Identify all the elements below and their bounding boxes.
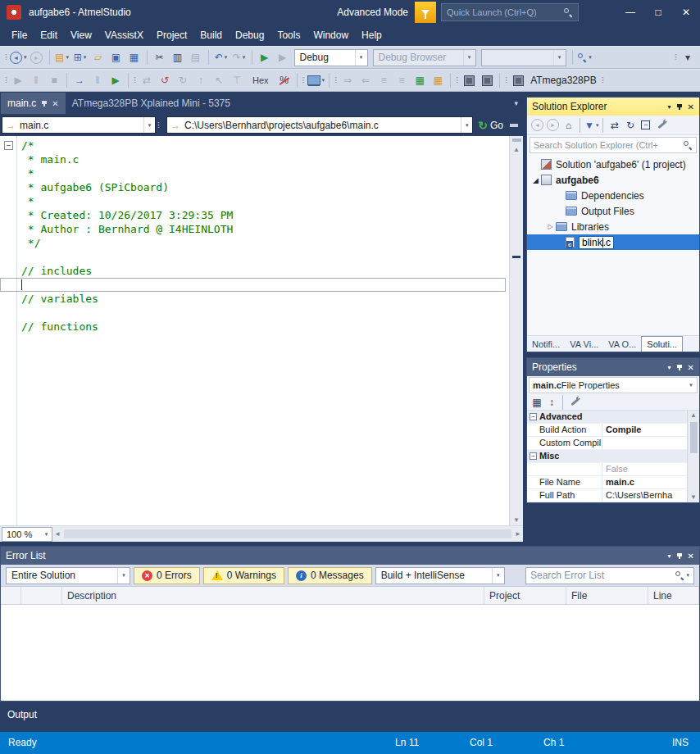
chevron-down-icon[interactable]: ▾: [143, 117, 155, 133]
save-icon[interactable]: ▣: [108, 48, 125, 66]
menu-help[interactable]: Help: [355, 26, 389, 44]
se-forward-icon[interactable]: ►: [546, 118, 560, 133]
menu-view[interactable]: View: [64, 26, 98, 44]
toolbar-grip[interactable]: ⁞⁞: [334, 76, 335, 84]
source-filter-combo[interactable]: Build + IntelliSense ▾: [375, 567, 505, 584]
toolbar-grip[interactable]: ⁞⁞: [505, 76, 506, 84]
device-monitor-icon[interactable]: ▾: [307, 71, 325, 89]
chevron-down-icon[interactable]: ▾: [355, 50, 367, 66]
collapse-icon[interactable]: −: [530, 413, 537, 420]
indent-icon[interactable]: ⇒: [339, 71, 356, 89]
code-line[interactable]: *: [0, 166, 508, 180]
tab-overflow-icon[interactable]: ▾: [514, 99, 518, 107]
percentage-display-icon[interactable]: %: [276, 71, 293, 89]
code-line[interactable]: * Created: 10/26/2017 3:29:35 PM: [0, 208, 508, 222]
maximize-button[interactable]: □: [644, 0, 672, 25]
break-all-icon[interactable]: ‖: [28, 71, 44, 89]
chevron-down-icon[interactable]: ▾: [41, 531, 52, 538]
close-button[interactable]: ✕: [672, 0, 700, 25]
editor-splitter-handle[interactable]: [512, 139, 521, 142]
show-next-statement-icon[interactable]: →: [71, 71, 88, 89]
error-list-body[interactable]: [1, 605, 699, 701]
menu-debug[interactable]: Debug: [229, 26, 270, 44]
go-button[interactable]: ↻ Go: [473, 119, 508, 132]
status-character-indicator[interactable]: Ch 1: [543, 737, 564, 748]
start-icon[interactable]: ▶: [107, 71, 124, 89]
property-row-custom-compil[interactable]: Custom Compil: [527, 437, 687, 450]
menu-window[interactable]: Window: [307, 26, 355, 44]
toolbar-grip[interactable]: ⁞⁞: [134, 76, 134, 84]
tool-window-tab-va-o[interactable]: VA O...: [603, 336, 641, 352]
tool-window-tab-notifi[interactable]: Notifi...: [527, 336, 565, 352]
tool-window-tab-soluti[interactable]: Soluti...: [641, 336, 683, 352]
toolbar-overflow-icon[interactable]: ▾: [680, 48, 696, 66]
column-header-blank-0[interactable]: [1, 587, 21, 604]
column-header-line[interactable]: Line: [648, 587, 699, 604]
tree-item-dependencies[interactable]: Dependencies: [527, 188, 699, 203]
se-refresh-icon[interactable]: ↻: [623, 118, 637, 133]
chevron-down-icon[interactable]: ▾: [117, 568, 130, 584]
uncomment-icon[interactable]: ≡: [393, 71, 410, 89]
alphabetical-sort-icon[interactable]: ↕: [545, 396, 558, 409]
toggle-breakpoint-icon[interactable]: ⊤: [229, 71, 245, 89]
se-sync-icon[interactable]: ⇄: [607, 118, 621, 133]
column-header-description[interactable]: Description: [62, 587, 484, 604]
tree-item-aufgabe6[interactable]: ◢aufgabe6: [527, 172, 699, 188]
properties-object-combo[interactable]: main.c File Properties ▾: [529, 377, 698, 393]
chevron-down-icon[interactable]: ▾: [463, 50, 475, 66]
status-insert-mode-indicator[interactable]: INS: [672, 737, 689, 748]
property-row-false[interactable]: False: [527, 463, 687, 476]
redo-icon[interactable]: ↷▾: [231, 48, 248, 66]
scope-combo[interactable]: → main.c ▾: [2, 116, 156, 134]
property-pages-icon[interactable]: [567, 396, 583, 409]
editor-vertical-scrollbar[interactable]: ▲ ▼: [509, 136, 523, 525]
pause-icon[interactable]: ‖: [89, 71, 106, 89]
property-row-file-name[interactable]: File Namemain.c: [527, 476, 687, 489]
split-handle[interactable]: [510, 124, 518, 127]
window-position-icon[interactable]: ▾: [668, 103, 671, 111]
nav-splitter[interactable]: ⁞⁞: [157, 121, 158, 129]
code-line[interactable]: */: [0, 236, 508, 250]
toolbar-grip[interactable]: ⁞⁞: [302, 76, 303, 84]
code-line[interactable]: // functions: [0, 320, 508, 334]
zoom-combo[interactable]: 100 % ▾: [2, 527, 52, 542]
device-chip-icon[interactable]: [510, 71, 526, 89]
chevron-down-icon[interactable]: ▾: [685, 382, 697, 388]
start-debugging-icon[interactable]: ▶: [257, 48, 273, 66]
menu-project[interactable]: Project: [150, 26, 193, 44]
scroll-up-icon[interactable]: ▲: [690, 411, 697, 420]
menu-tools[interactable]: Tools: [270, 26, 307, 44]
step-out-icon[interactable]: ↑: [193, 71, 209, 89]
property-row-build-action[interactable]: Build ActionCompile: [527, 424, 687, 437]
column-header-file[interactable]: File: [566, 587, 648, 604]
status-line-indicator[interactable]: Ln 11: [395, 737, 419, 748]
chevron-down-icon[interactable]: ▾: [553, 50, 566, 66]
collapse-icon[interactable]: −: [530, 452, 537, 460]
code-line[interactable]: −/*: [0, 139, 508, 152]
scope-filter-combo[interactable]: Entire Solution ▾: [6, 567, 130, 584]
error-list-title-bar[interactable]: Error List ▾ ✕: [1, 547, 699, 565]
properties-scrollbar[interactable]: ▲ ▼: [687, 411, 699, 502]
window-position-icon[interactable]: ▾: [668, 552, 671, 560]
column-header-blank-1[interactable]: [21, 587, 62, 604]
scroll-down-icon[interactable]: ▼: [513, 516, 520, 525]
code-line[interactable]: * Author : Bernhard @ I4HEINLOTH: [0, 222, 508, 236]
scroll-down-icon[interactable]: ▼: [690, 493, 697, 502]
property-row-full-path[interactable]: Full PathC:\Users\Bernha: [527, 489, 687, 502]
navigate-forward-icon[interactable]: ►: [29, 48, 45, 66]
tool-window-tab-va-vi[interactable]: VA Vi...: [565, 336, 603, 352]
solution-explorer-title-bar[interactable]: Solution Explorer ▾ ✕: [527, 98, 699, 116]
outdent-icon[interactable]: ⇐: [357, 71, 374, 89]
device-info-icon[interactable]: [479, 71, 495, 89]
properties-title-bar[interactable]: Properties ▾ ✕: [527, 358, 699, 376]
se-collapse-all-icon[interactable]: −: [639, 118, 652, 133]
hex-toggle-button[interactable]: Hex: [248, 73, 274, 88]
open-file-icon[interactable]: ▱: [90, 48, 107, 66]
toolbar-grip[interactable]: ⁞⁞: [5, 53, 6, 61]
toolbar-grip[interactable]: ⁞⁞: [5, 76, 6, 84]
code-line[interactable]: * aufgabe6 (SPiCboard): [0, 180, 508, 194]
scrollbar-thumb[interactable]: [690, 422, 698, 453]
watch-window-icon[interactable]: ▦: [411, 71, 428, 89]
code-line[interactable]: * main.c: [0, 152, 508, 166]
close-icon[interactable]: ✕: [688, 102, 694, 111]
